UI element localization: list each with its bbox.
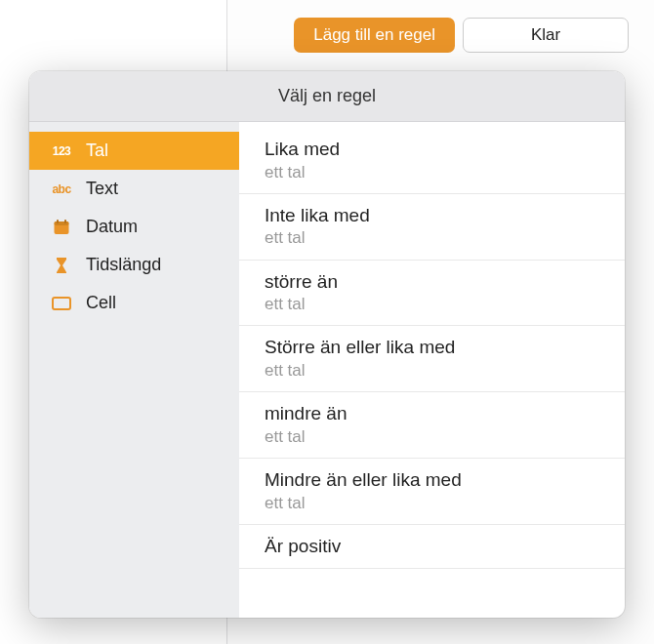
rule-subtitle: ett tal xyxy=(265,227,599,249)
sidebar-item-date[interactable]: Datum xyxy=(29,208,239,246)
rule-subtitle: ett tal xyxy=(265,426,599,448)
rule-option[interactable]: större än ett tal xyxy=(239,261,625,327)
sidebar-item-duration[interactable]: Tidslängd xyxy=(29,246,239,284)
rule-option[interactable]: mindre än ett tal xyxy=(239,392,625,459)
sidebar-item-label: Tal xyxy=(86,141,108,161)
text-icon: abc xyxy=(49,182,74,196)
rule-title: mindre än xyxy=(265,402,599,426)
sidebar-item-label: Cell xyxy=(86,293,116,313)
sidebar-item-label: Datum xyxy=(86,217,138,237)
sidebar-item-text[interactable]: abc Text xyxy=(29,170,239,208)
rule-title: Lika med xyxy=(265,138,599,162)
rule-title: Är positiv xyxy=(265,535,599,559)
calendar-icon xyxy=(49,219,74,236)
cell-icon xyxy=(49,297,74,310)
svg-rect-1 xyxy=(55,221,69,225)
number-icon: 123 xyxy=(49,144,74,158)
sidebar-item-cell[interactable]: Cell xyxy=(29,284,239,322)
rule-subtitle: ett tal xyxy=(265,162,599,183)
rule-popover: Välj en regel 123 Tal abc Text Datum xyxy=(29,71,625,618)
sidebar-item-number[interactable]: 123 Tal xyxy=(29,132,239,170)
rule-option[interactable]: Lika med ett tal xyxy=(239,132,625,194)
rule-option[interactable]: Mindre än eller lika med ett tal xyxy=(239,459,625,525)
rule-title: Mindre än eller lika med xyxy=(265,468,599,493)
rule-option[interactable]: Inte lika med ett tal xyxy=(239,194,625,261)
svg-rect-4 xyxy=(53,298,70,309)
rule-subtitle: ett tal xyxy=(265,294,599,315)
rule-category-sidebar: 123 Tal abc Text Datum Tidslängd xyxy=(29,122,239,618)
sidebar-item-label: Tidslängd xyxy=(86,255,161,275)
toolbar: Lägg till en regel Klar xyxy=(294,18,629,53)
svg-rect-2 xyxy=(57,220,59,223)
svg-rect-3 xyxy=(64,220,66,223)
rule-option[interactable]: Större än eller lika med ett tal xyxy=(239,326,625,392)
rule-list: Lika med ett tal Inte lika med ett tal s… xyxy=(239,122,625,618)
rule-subtitle: ett tal xyxy=(265,360,599,382)
popover-title: Välj en regel xyxy=(29,71,625,122)
rule-title: större än xyxy=(265,270,599,295)
rule-option[interactable]: Är positiv xyxy=(239,525,625,570)
add-rule-button[interactable]: Lägg till en regel xyxy=(294,18,455,53)
hourglass-icon xyxy=(49,257,74,274)
rule-title: Större än eller lika med xyxy=(265,336,599,360)
sidebar-item-label: Text xyxy=(86,179,118,199)
rule-subtitle: ett tal xyxy=(265,493,599,514)
rule-title: Inte lika med xyxy=(265,204,599,228)
done-button[interactable]: Klar xyxy=(463,18,629,53)
